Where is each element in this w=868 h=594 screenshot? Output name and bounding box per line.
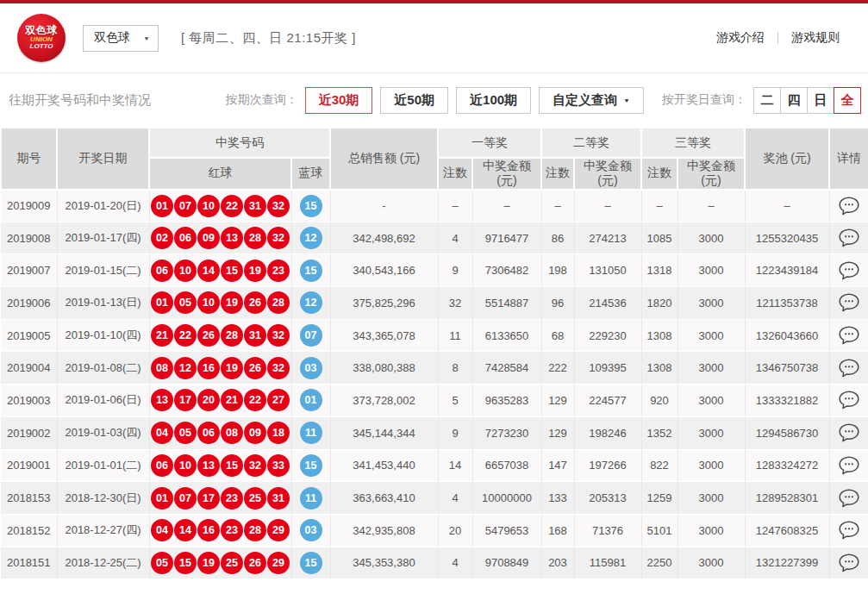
red-ball: 02 xyxy=(151,227,173,249)
col-header-pool: 奖池 (元) xyxy=(745,128,829,190)
date-cell: 2019-01-13(日) xyxy=(57,287,149,320)
detail-cell[interactable] xyxy=(829,482,868,515)
detail-cell[interactable] xyxy=(829,287,868,320)
nav-game-intro-link[interactable]: 游戏介绍 xyxy=(703,30,777,46)
first-prize-amount-cell: 5514887 xyxy=(472,287,541,320)
third-prize-amount-cell: 3000 xyxy=(678,416,745,449)
day-filter-button[interactable]: 日 xyxy=(807,87,834,114)
period-filter-button[interactable]: 近50期 xyxy=(380,87,448,114)
red-ball: 09 xyxy=(244,422,266,444)
first-prize-amount-cell: 9708849 xyxy=(472,547,541,579)
red-balls: 131720212227 xyxy=(150,389,291,411)
detail-cell[interactable] xyxy=(829,254,868,287)
red-ball: 25 xyxy=(221,552,243,574)
nav-game-rules-link[interactable]: 游戏规则 xyxy=(778,30,852,46)
red-ball: 28 xyxy=(244,227,266,249)
caret-down-icon: ▼ xyxy=(143,34,150,41)
comment-bubble-icon[interactable] xyxy=(839,553,859,572)
detail-cell[interactable] xyxy=(829,514,868,547)
detail-cell[interactable] xyxy=(829,416,868,449)
red-ball: 32 xyxy=(267,357,290,379)
filter-bar: 往期开奖号码和中奖情况 按期次查询： 近30期近50期近100期自定义查询▼ 按… xyxy=(0,73,868,127)
third-prize-count-cell: 1259 xyxy=(641,482,678,515)
blue-ball: 15 xyxy=(300,259,322,282)
detail-cell[interactable] xyxy=(829,190,868,222)
union-lotto-logo: 双色球 UNION LOTTO xyxy=(17,14,66,62)
comment-bubble-icon[interactable] xyxy=(839,261,859,280)
detail-cell[interactable] xyxy=(829,352,868,385)
red-balls: 051519252629 xyxy=(150,552,291,574)
red-ball: 27 xyxy=(267,389,290,411)
date-cell: 2018-12-30(日) xyxy=(57,482,149,515)
col-header-third-count: 注数 xyxy=(641,158,678,190)
second-prize-amount-cell: 224577 xyxy=(574,385,641,417)
red-ball: 17 xyxy=(197,487,220,510)
comment-bubble-icon[interactable] xyxy=(839,228,859,247)
comment-bubble-icon[interactable] xyxy=(839,521,859,540)
blue-ball-wrap: 15 xyxy=(292,552,330,574)
comment-bubble-icon[interactable] xyxy=(839,293,859,312)
day-filter-button[interactable]: 二 xyxy=(753,87,781,114)
second-prize-amount-cell: 198246 xyxy=(574,416,641,449)
day-filter-button[interactable]: 全 xyxy=(834,87,861,114)
second-prize-count-cell: 86 xyxy=(541,222,574,254)
comment-bubble-icon[interactable] xyxy=(839,326,859,345)
red-ball: 04 xyxy=(151,519,173,541)
col-header-second-amount: 中奖金额(元) xyxy=(574,158,641,190)
table-row: 20181512018-12-25(二)05151925262915345,35… xyxy=(1,547,868,579)
sales-cell: 338,080,388 xyxy=(330,352,438,385)
blue-ball-cell: 12 xyxy=(291,287,330,320)
red-ball: 14 xyxy=(197,259,220,282)
red-ball: 32 xyxy=(244,454,266,477)
red-ball: 06 xyxy=(151,259,173,282)
day-filter-button[interactable]: 四 xyxy=(780,87,808,114)
pool-cell: 1321227399 xyxy=(745,547,829,579)
header-nav: 游戏介绍 游戏规则 xyxy=(703,30,852,46)
red-balls: 040506080918 xyxy=(150,422,291,444)
sales-cell: 345,144,344 xyxy=(330,416,438,449)
comment-bubble-icon[interactable] xyxy=(839,391,859,410)
period-filter-button[interactable]: 近30期 xyxy=(305,87,373,114)
red-ball: 26 xyxy=(244,552,266,574)
detail-cell[interactable] xyxy=(829,319,868,352)
sales-cell: 345,353,380 xyxy=(330,547,438,579)
period-filter-button[interactable]: 近100期 xyxy=(456,87,531,114)
third-prize-amount-cell: 3000 xyxy=(678,319,745,352)
date-cell: 2019-01-15(二) xyxy=(57,254,149,287)
red-balls: 041416232829 xyxy=(150,519,291,541)
red-ball: 20 xyxy=(197,389,220,411)
third-prize-count-cell: 2250 xyxy=(641,547,678,579)
red-ball: 16 xyxy=(197,519,220,541)
period-filter-button[interactable]: 自定义查询▼ xyxy=(539,87,644,114)
second-prize-amount-cell: 229230 xyxy=(574,319,641,352)
detail-cell[interactable] xyxy=(829,385,868,417)
red-ball: 29 xyxy=(267,552,290,574)
red-ball: 05 xyxy=(174,422,197,444)
draw-schedule-text: [ 每周二、四、日 21:15开奖 ] xyxy=(181,30,356,47)
amount-label-line2: (元) xyxy=(680,173,742,189)
results-table-head: 期号 开奖日期 中奖号码 总销售额 (元) 一等奖 二等奖 三等奖 奖池 (元)… xyxy=(1,128,868,190)
detail-cell[interactable] xyxy=(829,547,868,579)
blue-ball-cell: 03 xyxy=(291,352,330,385)
blue-ball-cell: 01 xyxy=(291,385,330,417)
first-prize-amount-cell: 9635283 xyxy=(472,385,541,417)
amount-label-line1: 中奖金额 xyxy=(475,159,539,174)
red-balls: 010510192628 xyxy=(150,291,291,314)
comment-bubble-icon[interactable] xyxy=(839,197,859,216)
col-header-second-prize: 二等奖 xyxy=(541,128,641,158)
second-prize-amount-cell: – xyxy=(574,190,641,222)
detail-cell[interactable] xyxy=(829,222,868,254)
red-ball: 12 xyxy=(174,357,197,379)
comment-bubble-icon[interactable] xyxy=(839,489,859,508)
blue-ball: 03 xyxy=(300,357,322,379)
game-select-dropdown[interactable]: 双色球 ▼ xyxy=(83,25,159,52)
third-prize-count-cell: 1085 xyxy=(641,222,678,254)
comment-bubble-icon[interactable] xyxy=(839,423,859,442)
red-ball: 22 xyxy=(244,389,266,411)
red-ball: 29 xyxy=(267,519,290,541)
first-prize-amount-cell: – xyxy=(472,190,541,222)
detail-cell[interactable] xyxy=(829,449,868,482)
comment-bubble-icon[interactable] xyxy=(839,359,859,378)
red-ball: 16 xyxy=(197,357,220,379)
comment-bubble-icon[interactable] xyxy=(839,456,859,475)
